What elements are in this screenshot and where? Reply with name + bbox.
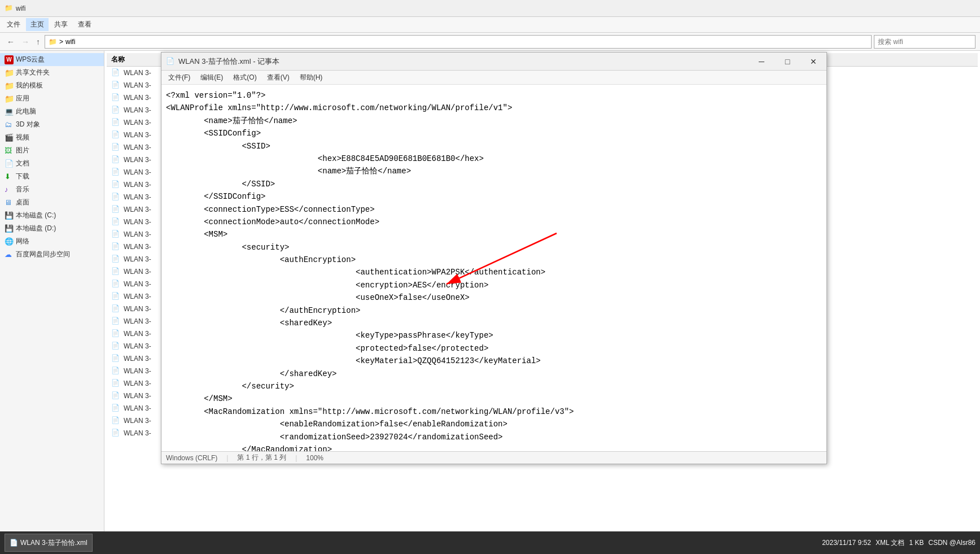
- notepad-menu: 文件(F) 编辑(E) 格式(O) 查看(V) 帮助(H): [161, 71, 826, 85]
- sidebar-label-3d: 3D 对象: [16, 120, 40, 129]
- address-folder-icon: 📁: [49, 38, 57, 46]
- notepad-menu-view[interactable]: 查看(V): [262, 72, 294, 84]
- music-icon: ♪: [5, 185, 14, 194]
- network-icon: 🌐: [5, 237, 14, 246]
- sidebar-item-disk-d[interactable]: 💾 本地磁盘 (D:): [0, 222, 104, 235]
- notepad-menu-edit[interactable]: 编辑(E): [196, 72, 228, 84]
- file-name: WLAN 3-: [124, 392, 151, 400]
- sidebar-label-my-template: 我的模板: [16, 81, 43, 90]
- notepad-close-button[interactable]: ✕: [800, 53, 826, 71]
- up-button[interactable]: ↑: [34, 36, 42, 47]
- sidebar-item-baidu[interactable]: ☁ 百度网盘同步空间: [0, 248, 104, 261]
- sidebar-label-wps-cloud: WPS云盘: [16, 55, 45, 64]
- notepad-menu-format[interactable]: 格式(O): [229, 72, 261, 84]
- sidebar-item-disk-c[interactable]: 💾 本地磁盘 (C:): [0, 209, 104, 222]
- file-name: WLAN 3-: [124, 106, 151, 114]
- sidebar-item-downloads[interactable]: ⬇ 下载: [0, 170, 104, 183]
- xml-file-icon: 📄: [111, 118, 120, 127]
- notepad-content[interactable]: <?xml version="1.0"?> <WLANProfile xmlns…: [161, 85, 826, 451]
- sidebar-label-shared-folder: 共享文件夹: [16, 68, 50, 77]
- notepad-icon: 📄: [166, 57, 175, 66]
- sidebar-item-network[interactable]: 🌐 网络: [0, 235, 104, 248]
- sidebar-label-pictures: 图片: [16, 146, 29, 155]
- xml-file-icon: 📄: [111, 155, 120, 164]
- back-button[interactable]: ←: [5, 36, 17, 47]
- sidebar-label-disk-d: 本地磁盘 (D:): [16, 224, 56, 233]
- ribbon-tab-file[interactable]: 文件: [2, 18, 25, 31]
- minimize-icon: ─: [759, 57, 764, 66]
- xml-file-icon: 📄: [111, 217, 120, 226]
- explorer-icon: 📁: [5, 4, 14, 13]
- xml-file-icon: 📄: [111, 342, 120, 351]
- ribbon-tab-share[interactable]: 共享: [50, 18, 72, 31]
- wps-cloud-icon: W: [5, 55, 14, 64]
- disk-d-icon: 💾: [5, 224, 14, 233]
- taskbar-notepad-item[interactable]: 📄 WLAN 3-茄子恰恰.xml: [5, 534, 93, 552]
- file-name: WLAN 3-: [124, 367, 151, 375]
- sidebar-label-music: 音乐: [16, 185, 29, 194]
- xml-file-icon: 📄: [111, 304, 120, 313]
- file-name: WLAN 3-: [124, 429, 151, 437]
- xml-file-icon: 📄: [111, 292, 120, 301]
- sidebar-item-desktop[interactable]: 🖥 桌面: [0, 196, 104, 209]
- xml-file-icon: 📄: [111, 404, 120, 413]
- file-name: WLAN 3-: [124, 181, 151, 189]
- xml-file-icon: 📄: [111, 180, 120, 189]
- desktop-icon: 🖥: [5, 198, 14, 207]
- file-name: WLAN 3-: [124, 206, 151, 213]
- sidebar-item-documents[interactable]: 📄 文档: [0, 157, 104, 170]
- xml-file-icon: 📄: [111, 416, 120, 425]
- sidebar-item-video[interactable]: 🎬 视频: [0, 131, 104, 144]
- sidebar-item-wps-cloud[interactable]: W WPS云盘: [0, 53, 104, 66]
- xml-file-icon: 📄: [111, 93, 120, 102]
- notepad-minimize-button[interactable]: ─: [749, 53, 775, 71]
- taskbar-item-label: WLAN 3-茄子恰恰.xml: [20, 538, 88, 548]
- sidebar-label-network: 网络: [16, 237, 29, 246]
- downloads-icon: ⬇: [5, 172, 14, 181]
- notepad-maximize-button[interactable]: □: [775, 53, 800, 71]
- file-name: WLAN 3-: [124, 342, 151, 350]
- xml-file-icon: 📄: [111, 379, 120, 388]
- notepad-title: WLAN 3-茄子恰恰.xml - 记事本: [178, 56, 822, 67]
- sidebar: W WPS云盘 📁 共享文件夹 📁 我的模板 📁 应用 💻 此电脑 🗂 3D 对…: [0, 51, 104, 538]
- search-input[interactable]: [874, 35, 975, 49]
- sidebar-item-pictures[interactable]: 🖼 图片: [0, 144, 104, 157]
- sidebar-item-my-template[interactable]: 📁 我的模板: [0, 79, 104, 92]
- disk-c-icon: 💾: [5, 211, 14, 220]
- xml-file-icon: 📄: [111, 280, 120, 289]
- notepad-menu-help[interactable]: 帮助(H): [295, 72, 327, 84]
- sidebar-item-shared-folder[interactable]: 📁 共享文件夹: [0, 66, 104, 79]
- sidebar-item-music[interactable]: ♪ 音乐: [0, 183, 104, 196]
- ribbon-tab-home[interactable]: 主页: [26, 18, 49, 31]
- xml-file-icon: 📄: [111, 329, 120, 338]
- taskbar-item-icon: 📄: [10, 539, 18, 547]
- notepad-statusbar: Windows (CRLF) | 第 1 行，第 1 列 | 100%: [161, 451, 826, 464]
- sidebar-item-this-pc[interactable]: 💻 此电脑: [0, 105, 104, 118]
- forward-button[interactable]: →: [19, 36, 32, 47]
- notepad-encoding: Windows (CRLF): [166, 454, 217, 462]
- file-name: WLAN 3-: [124, 243, 151, 251]
- notepad-menu-file[interactable]: 文件(F): [164, 72, 195, 84]
- xml-file-icon: 📄: [111, 205, 120, 214]
- file-name: WLAN 3-: [124, 268, 151, 276]
- xml-file-icon: 📄: [111, 168, 120, 177]
- sidebar-label-documents: 文档: [16, 159, 29, 168]
- documents-icon: 📄: [5, 159, 14, 168]
- sidebar-item-3d[interactable]: 🗂 3D 对象: [0, 118, 104, 131]
- notepad-zoom: 100%: [306, 454, 323, 462]
- address-path[interactable]: 📁 > wifi: [45, 35, 872, 49]
- xml-file-icon: 📄: [111, 255, 120, 264]
- notepad-window-controls: ─ □ ✕: [749, 53, 826, 71]
- xml-file-icon: 📄: [111, 354, 120, 363]
- baidu-icon: ☁: [5, 250, 14, 259]
- xml-file-icon: 📄: [111, 317, 120, 326]
- taskbar-datetime: 2023/11/17 9:52: [822, 539, 871, 547]
- sidebar-item-apps[interactable]: 📁 应用: [0, 92, 104, 105]
- file-name: WLAN 3-: [124, 417, 151, 425]
- ribbon-tab-view[interactable]: 查看: [73, 18, 96, 31]
- address-current-folder: wifi: [65, 38, 75, 46]
- xml-file-icon: 📄: [111, 106, 120, 115]
- file-name: WLAN 3-: [124, 143, 151, 151]
- xml-file-icon: 📄: [111, 267, 120, 276]
- taskbar-filetype: XML 文档: [876, 538, 905, 548]
